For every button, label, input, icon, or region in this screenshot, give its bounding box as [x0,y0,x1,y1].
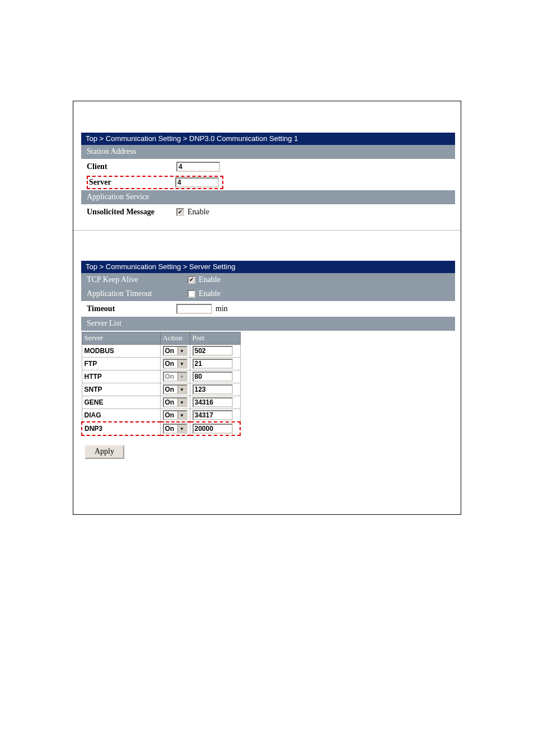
col-port: Port [190,332,240,345]
server-name-cell: FTP [82,358,160,370]
server-port-cell [190,396,240,409]
server-port-cell [190,422,240,435]
server-port-cell [190,370,240,383]
server-name-cell: HTTP [82,370,160,383]
port-input[interactable] [193,346,233,356]
breadcrumb-dnp3: Top > Communication Setting > DNP3.0 Com… [81,133,455,145]
server-action-cell: On▼ [160,370,190,383]
action-value: On [164,347,177,355]
unsolicited-checkbox[interactable]: ✔ [176,208,184,216]
port-input[interactable] [193,397,233,407]
port-input[interactable] [193,359,233,369]
server-action-cell: On▼ [160,358,190,370]
action-value: On [164,373,177,381]
table-row: FTPOn▼ [82,358,240,370]
table-row: DNP3On▼ [82,422,240,435]
table-row: DIAGOn▼ [82,409,240,422]
server-name-cell: GENE [82,396,160,409]
server-action-cell: On▼ [160,396,190,409]
chevron-down-icon[interactable]: ▼ [177,386,186,393]
table-row: SNTPOn▼ [82,383,240,396]
row-unsolicited-message: Unsolicited Message ✔ Enable [81,204,455,220]
server-action-cell: On▼ [160,383,190,396]
server-name-cell: SNTP [82,383,160,396]
action-value: On [164,398,177,406]
server-input[interactable] [175,177,219,187]
chevron-down-icon[interactable]: ▼ [177,411,186,419]
app-timeout-enable-label: Enable [199,289,221,298]
server-name-cell: DNP3 [82,422,160,435]
table-row: MODBUSOn▼ [82,345,240,358]
action-value: On [164,425,177,433]
chevron-down-icon[interactable]: ▼ [177,360,186,368]
server-port-cell [190,409,240,422]
unsolicited-label: Unsolicited Message [87,208,176,217]
tcp-keep-alive-enable-label: Enable [199,275,221,284]
server-name-cell: DIAG [82,409,160,422]
chevron-down-icon[interactable]: ▼ [177,425,186,433]
action-select[interactable]: On▼ [163,346,188,356]
action-select[interactable]: On▼ [163,424,188,434]
breadcrumb-server-setting: Top > Communication Setting > Server Set… [81,261,455,273]
timeout-unit: min [216,304,228,313]
server-port-cell [190,358,240,370]
tcp-keep-alive-label: TCP Keep Alive [87,275,188,284]
timeout-label: Timeout [87,304,176,313]
port-input[interactable] [193,424,233,434]
app-timeout-label: Application Timeout [87,289,188,298]
server-label: Server [89,178,175,187]
section-station-address: Station Address [81,145,455,159]
action-select[interactable]: On▼ [163,410,188,420]
action-select: On▼ [163,372,188,382]
action-select[interactable]: On▼ [163,397,188,407]
port-input[interactable] [193,410,233,420]
section-server-list: Server List [81,317,455,331]
app-timeout-checkbox[interactable] [188,290,195,298]
chevron-down-icon[interactable]: ▼ [177,398,186,406]
server-action-cell: On▼ [160,422,190,435]
server-port-cell [190,345,240,358]
server-list-table: Server Action Port MODBUSOn▼FTPOn▼HTTPOn… [81,332,241,436]
row-server: Server [81,175,455,190]
timeout-input[interactable] [176,304,212,314]
server-action-cell: On▼ [160,345,190,358]
server-name-cell: MODBUS [82,345,160,358]
client-label: Client [87,162,176,171]
action-value: On [164,411,177,419]
tcp-keep-alive-checkbox[interactable]: ✔ [188,276,195,284]
chevron-down-icon[interactable]: ▼ [177,347,186,355]
row-timeout: Timeout min [81,301,455,317]
table-row: HTTPOn▼ [82,370,240,383]
client-input[interactable] [176,162,220,172]
table-row: GENEOn▼ [82,396,240,409]
chevron-down-icon: ▼ [177,373,186,381]
port-input[interactable] [193,384,233,395]
action-select[interactable]: On▼ [163,359,188,369]
port-input[interactable] [193,372,233,382]
col-action: Action [160,332,190,345]
action-value: On [164,360,177,368]
section-application-service: Application Service [81,190,455,204]
server-action-cell: On▼ [160,409,190,422]
row-client: Client [81,159,455,175]
action-value: On [164,386,177,393]
col-server: Server [82,332,160,345]
server-port-cell [190,383,240,396]
action-select[interactable]: On▼ [163,384,188,395]
apply-button[interactable]: Apply [85,445,124,459]
unsolicited-enable-label: Enable [188,208,209,217]
